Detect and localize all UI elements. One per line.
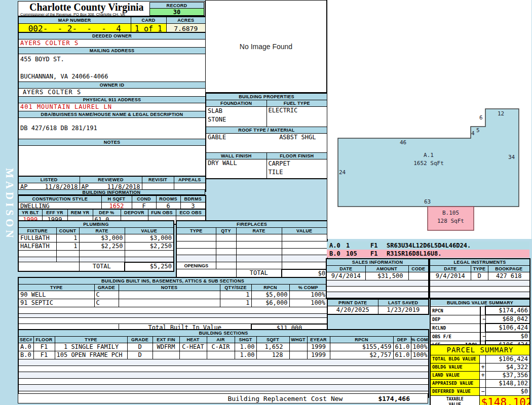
parcel-row: APPRAISED VALUE $148,102 [430, 379, 530, 387]
value-summary-row: DEP − $68,042 [430, 315, 530, 323]
record-value: 30 [149, 8, 204, 16]
no-image-text: No Image Found [240, 43, 292, 51]
replacement-cost-label: Building Replacement Cost New [227, 395, 343, 402]
section-a-label: A.1 [408, 152, 449, 158]
acres-label: ACRES [166, 17, 206, 24]
taxable-label: TAXABLE VALUE [430, 395, 479, 405]
legal-table: LEGAL INSTRUMENTS DATE TYPE BOOKPAGE 9/4… [429, 258, 530, 299]
empty-row [18, 314, 327, 318]
dim-right-upper: 6 [479, 114, 483, 121]
empty-row [18, 359, 429, 366]
empty-row [176, 241, 327, 249]
empty-row [18, 379, 429, 385]
parcel-row: OBLDG VALUE + $4,322 [430, 363, 530, 371]
empty-row [18, 318, 327, 324]
fuel-type-value: ELECTRIC [267, 107, 327, 127]
dim-bottom: 63 [424, 198, 431, 205]
roof-value: GABLE ASBST SHGL [206, 134, 327, 153]
parcel-summary: PARCEL SUMMARY TOTAL BLDG VALUE $106,424… [430, 344, 530, 405]
legal-title: LEGAL INSTRUMENTS [430, 259, 530, 266]
foundation-value: SLAB STONE [206, 107, 267, 127]
photo-box: No Image Found [205, 0, 327, 93]
fireplaces-total-label: TOTAL [236, 269, 282, 278]
built-in-row: 90 WELL C 1 $5,000 100% [18, 291, 327, 299]
dim-top: 46 [400, 139, 406, 146]
plumbing-total-value: $5,250 [125, 262, 174, 271]
dim-left: 24 [339, 169, 346, 176]
dim-step-h: 5 [476, 127, 480, 134]
building-sections-title: BUILDING SECTIONS [18, 330, 429, 337]
parcel-row: DEFERRED VALUE − $0 [430, 387, 530, 395]
empty-row [326, 287, 429, 292]
value-summary-title: BUILDING VALUE SUMMARY [430, 299, 530, 306]
last-saved-label: LAST SAVED [378, 299, 429, 306]
print-date-value: 4/20/2025 [327, 306, 378, 315]
empty-row [430, 280, 530, 287]
empty-row [176, 255, 327, 262]
foundation-label: FOUNDATION [206, 100, 267, 107]
empty-row [18, 251, 174, 257]
card-label: CARD [131, 17, 166, 24]
empty-row [176, 249, 327, 255]
empty-row [326, 292, 429, 298]
fireplaces-title: FIREPLACES [176, 221, 327, 228]
value-summary-row: RPCN $174,466 [430, 306, 530, 315]
sketch-legend-a: A.0 1 F1 SR63U34L12D6L5D4L46D24. [327, 241, 529, 250]
empty-row [430, 287, 530, 292]
physical-911-label: PHYSICAL 911 ADDRESS [18, 97, 206, 103]
taxable-row: TAXABLE VALUE $148,102 [430, 395, 530, 405]
value-summary-row: RCLND $106,424 [430, 323, 530, 332]
listed-label: LISTED [18, 176, 80, 183]
sketch-legend-b: B.0 105 F1 R31SR16D8L16U8. [327, 250, 529, 258]
floor-finish-label: FLOOR FINISH [267, 153, 327, 159]
mailing-address-value: 455 BOYD ST. BUCHANNAN, VA 24066-4066 [18, 54, 206, 82]
revisit-label: REVISIT [142, 176, 174, 183]
dim-right: 34 [508, 154, 515, 160]
page-title: Charlotte County Virginia [29, 2, 144, 13]
plumbing-row: HALFBATH 1 $2,250 $2,250 [18, 242, 174, 251]
building-value-summary: BUILDING VALUE SUMMARY RPCN $174,466 DEP… [430, 299, 530, 350]
taxable-value: $148,102 [479, 395, 530, 405]
dim-top-right: 12 [498, 110, 504, 117]
print-date-label: PRINT DATE [327, 299, 378, 306]
empty-row [18, 385, 429, 391]
built-ins-title: BUILDING BUILT INS, BASEMENTS, ATTICS & … [18, 277, 327, 285]
section-b-sqft: 128 SqFt [428, 218, 474, 224]
physical-911-value: 401 MOUNTAIN LAUREL LN [18, 103, 206, 111]
notes-label: NOTES [18, 139, 206, 146]
fuel-type-label: FUEL TYPE [267, 100, 327, 107]
notes-value [18, 146, 206, 179]
building-info-title: BUILDING INFORMATION [18, 189, 205, 195]
building-properties-table: BUILDING PROPERTIES FOUNDATION FUEL TYPE… [205, 93, 328, 179]
legal-row: 9/4/2014 D 427 618 [430, 272, 530, 280]
appeals-label: APPEALS [174, 176, 206, 183]
dba-value: DB 427/618 DB 281/191 [18, 118, 206, 139]
section-row: B.0 F1 105 OPEN FRAME PCH D 1.00 128 199… [18, 351, 429, 359]
plumbing-row: FULLBATH 1 $3,000 $3,000 [18, 234, 174, 242]
owner-id-value: AYERS COLTER S [18, 89, 206, 97]
last-saved-value: 1/23/2019 [378, 306, 429, 315]
openings-label: OPENINGS [176, 262, 216, 269]
plumbing-table: PLUMBING FIXTURE COUNT RATE VALUE FULLBA… [18, 220, 174, 272]
owner-id-label: OWNER ID [18, 82, 206, 89]
plumbing-title: PLUMBING [18, 221, 174, 228]
value-summary-row: OBS F/E − $0 [430, 332, 530, 341]
fireplaces-total-value: $0 [282, 269, 327, 278]
county-watermark: MADISON [3, 168, 16, 241]
built-in-row: 91 SEPTIC C 1 $6,000 100% [18, 299, 327, 307]
section-b-label: B.105 [428, 210, 474, 216]
owner-table: DEEDED OWNER AYERS COLTER S MAILING ADDR… [18, 32, 206, 179]
dim-step-v: 4 [471, 130, 475, 137]
print-date-table: PRINT DATE LAST SAVED 4/20/2025 1/23/201… [327, 299, 429, 315]
empty-row [176, 234, 327, 241]
map-number-label: MAP NUMBER [18, 17, 131, 24]
deeded-owner-value: AYERS COLTER S [18, 39, 206, 48]
property-record-card: MADISON Charlotte County Virginia Commis… [0, 0, 532, 405]
empty-row [18, 257, 174, 262]
reviewed-label: REVIEWED [80, 176, 142, 183]
replacement-cost-row: Building Replacement Cost New $174,466 [18, 393, 428, 403]
empty-row [430, 292, 530, 298]
sales-title: SALES INFORMATION [326, 259, 429, 266]
built-ins-table: BUILDING BUILT INS, BASEMENTS, ATTICS & … [18, 277, 328, 333]
sales-table: SALES INFORMATION DATE AMOUNT CODE 9/4/2… [326, 258, 429, 299]
